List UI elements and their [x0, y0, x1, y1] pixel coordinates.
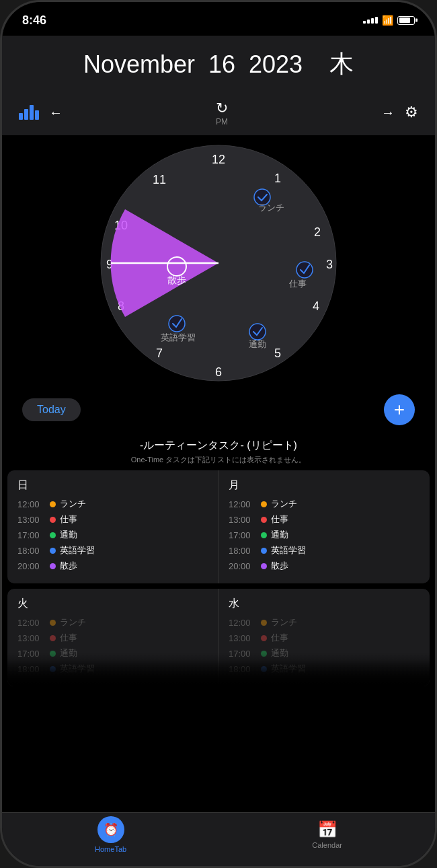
svg-text:4: 4: [313, 299, 319, 313]
routine-title: -ルーティーンタスク- (リピート): [15, 439, 422, 453]
status-time: 8:46: [22, 13, 46, 28]
action-row: Today +: [2, 388, 435, 435]
home-tab-label: HomeTab: [95, 845, 126, 853]
svg-text:3: 3: [326, 258, 333, 271]
list-item: 17:00 通勤: [17, 647, 208, 659]
date-dow: 木: [329, 48, 354, 81]
dot-purple: [50, 563, 56, 569]
day-label-mon: 月: [229, 478, 420, 493]
schedule-grid-row1: 日 12:00 ランチ 13:00 仕事 17:00 通勤 18:0: [7, 470, 430, 583]
toolbar-center: ↻ PM: [216, 100, 228, 125]
today-button[interactable]: Today: [22, 398, 81, 421]
calendar-tab-label: Calendar: [312, 841, 342, 849]
nav-home[interactable]: ⏰ HomeTab: [95, 816, 126, 853]
dot-red: [50, 517, 56, 523]
phone-screen: 8:46 📶 November 16 2023 木: [2, 2, 435, 866]
list-item: 12:00 ランチ: [229, 616, 420, 628]
home-tab-icon: ⏰: [97, 816, 124, 843]
battery-icon: [397, 16, 415, 25]
schedule-col-tue: 火 12:00 ランチ 13:00 仕事 17:00 通勤 18:0: [7, 589, 218, 686]
pm-label: PM: [216, 117, 228, 126]
day-label-wed: 水: [229, 597, 420, 611]
svg-text:5: 5: [274, 347, 281, 360]
calendar-icon: 📅: [317, 820, 337, 839]
list-item: 12:00 ランチ: [17, 616, 208, 628]
svg-text:11: 11: [153, 173, 166, 186]
dot-green: [50, 532, 56, 538]
bottom-nav: ⏰ HomeTab 📅 Calendar: [2, 812, 435, 866]
list-item: 18:00 英語学習: [229, 663, 420, 675]
list-item: 18:00 英語学習: [17, 544, 208, 556]
sync-icon[interactable]: ↻: [216, 100, 228, 117]
list-item: 20:00 散歩: [17, 560, 208, 572]
signal-icon: [363, 17, 378, 24]
clock-svg[interactable]: 12 1 2 3 4 5 6 7 8: [97, 142, 340, 384]
svg-text:仕事: 仕事: [288, 279, 307, 289]
clock-container: 12 1 2 3 4 5 6 7 8: [2, 135, 435, 388]
schedule-col-mon: 月 12:00 ランチ 13:00 仕事 17:00 通勤 18:0: [218, 470, 430, 583]
list-item: 17:00 通勤: [229, 647, 420, 659]
day-label-sun: 日: [17, 478, 208, 493]
svg-point-20: [249, 324, 266, 340]
add-task-button[interactable]: +: [384, 394, 415, 425]
dot-orange: [50, 501, 56, 507]
schedule-col-sun: 日 12:00 ランチ 13:00 仕事 17:00 通勤 18:0: [7, 470, 218, 583]
list-item: 12:00 ランチ: [229, 498, 420, 510]
dot-blue: [50, 548, 56, 554]
svg-text:7: 7: [156, 347, 163, 360]
svg-text:1: 1: [274, 172, 281, 185]
list-item: 18:00 英語学習: [229, 544, 420, 556]
schedule-col-wed: 水 12:00 ランチ 13:00 仕事 17:00 通勤 18:0: [218, 589, 430, 686]
phone-frame: 8:46 📶 November 16 2023 木: [0, 0, 437, 868]
list-item: 20:00 散歩: [229, 560, 420, 572]
list-item: 13:00 仕事: [17, 632, 208, 644]
routine-subtitle: One-Time タスクは下記リストには表示されません。: [15, 455, 422, 465]
svg-text:2: 2: [314, 225, 321, 239]
chart-icon[interactable]: [19, 105, 39, 120]
date-day: 16: [208, 50, 235, 79]
nav-calendar[interactable]: 📅 Calendar: [312, 820, 342, 849]
next-arrow[interactable]: →: [381, 105, 395, 120]
svg-point-22: [169, 316, 185, 332]
status-icons: 📶: [363, 15, 415, 26]
date-header: November 16 2023 木: [2, 36, 435, 93]
gear-icon[interactable]: ⚙: [405, 104, 418, 121]
prev-arrow[interactable]: ←: [49, 105, 63, 120]
day-label-tue: 火: [17, 597, 208, 611]
svg-text:散歩: 散歩: [167, 275, 186, 285]
list-item: 13:00 仕事: [17, 513, 208, 526]
list-item: 18:00 英語学習: [17, 663, 208, 675]
toolbar: ← ↻ PM → ⚙: [2, 93, 435, 135]
svg-text:英語学習: 英語学習: [161, 332, 196, 342]
status-bar: 8:46 📶: [2, 2, 435, 36]
list-item: 12:00 ランチ: [17, 498, 208, 510]
svg-text:通勤: 通勤: [249, 339, 266, 349]
routine-header: -ルーティーンタスク- (リピート) One-Time タスクは下記リストには表…: [2, 435, 435, 470]
schedule-grid-row2: 火 12:00 ランチ 13:00 仕事 17:00 通勤 18:0: [7, 589, 430, 686]
svg-text:12: 12: [212, 153, 225, 166]
list-item: 17:00 通勤: [17, 529, 208, 541]
list-item: 13:00 仕事: [229, 513, 420, 526]
list-item: 17:00 通勤: [229, 529, 420, 541]
wifi-icon: 📶: [382, 15, 393, 26]
date-month: November: [83, 50, 195, 79]
date-year: 2023: [249, 50, 303, 79]
svg-text:6: 6: [215, 365, 222, 379]
list-item: 13:00 仕事: [229, 632, 420, 644]
svg-point-18: [296, 262, 313, 278]
svg-text:ランチ: ランチ: [258, 203, 284, 213]
toolbar-left: ←: [19, 105, 63, 120]
